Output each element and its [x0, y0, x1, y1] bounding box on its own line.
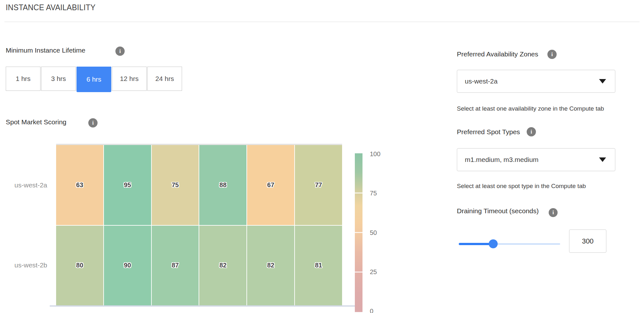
- heatmap-cell-r0c5[interactable]: 77: [295, 145, 342, 225]
- lifetime-option-3-hrs[interactable]: 3 hrs: [41, 67, 76, 91]
- lifetime-button-group: 1 hrs3 hrs6 hrs12 hrs24 hrs: [6, 67, 182, 92]
- heatmap-cell-value: 87: [172, 262, 179, 269]
- heatmap-cell-value: 88: [219, 181, 226, 189]
- availability-zones-dropdown[interactable]: us-west-2a: [457, 70, 615, 93]
- heatmap-grid: 639575886777809087828281: [56, 145, 342, 305]
- heatmap-cell-value: 82: [219, 262, 226, 269]
- colorbar-separator: [355, 232, 362, 233]
- heatmap-bottom-border: [50, 305, 361, 307]
- draining-timeout-input[interactable]: 300: [569, 229, 606, 253]
- heatmap-cell-r0c2[interactable]: 75: [152, 145, 199, 225]
- lifetime-option-24-hrs[interactable]: 24 hrs: [147, 67, 182, 91]
- spot-types-dropdown[interactable]: m1.medium, m3.medium: [457, 148, 615, 171]
- heatmap-cell-value: 82: [267, 262, 274, 269]
- heatmap-cell-r1c2[interactable]: 87: [152, 226, 199, 306]
- heatmap-cell-r1c1[interactable]: 90: [104, 226, 151, 306]
- draining-timeout-label: Draining Timeout (seconds): [457, 207, 539, 215]
- info-icon[interactable]: i: [547, 50, 557, 59]
- heatmap-cell-value: 75: [172, 181, 179, 189]
- page-title: INSTANCE AVAILABILITY: [6, 3, 96, 12]
- info-icon[interactable]: i: [115, 47, 125, 56]
- spot-market-scoring-label: Spot Market Scoring: [6, 118, 66, 126]
- heatmap-cell-value: 90: [124, 262, 131, 269]
- availability-zones-hint: Select at least one availability zone in…: [457, 105, 604, 112]
- spot-types-value: m1.medium, m3.medium: [465, 156, 599, 164]
- heatmap-cell-value: 80: [76, 262, 83, 269]
- heatmap-cell-value: 81: [315, 262, 322, 269]
- slider-fill: [459, 243, 493, 245]
- info-icon[interactable]: i: [549, 208, 558, 217]
- draining-timeout-slider[interactable]: [459, 239, 560, 248]
- preferred-availability-zones-label: Preferred Availability Zones: [457, 50, 538, 58]
- minimum-instance-lifetime-label: Minimum Instance Lifetime: [6, 47, 85, 54]
- lifetime-option-1-hrs[interactable]: 1 hrs: [6, 67, 40, 91]
- heatmap-cell-r0c4[interactable]: 67: [247, 145, 294, 225]
- heatmap-cell-r0c0[interactable]: 63: [56, 145, 103, 225]
- info-icon[interactable]: i: [88, 118, 98, 127]
- header-divider: [4, 22, 640, 22]
- slider-thumb[interactable]: [489, 239, 498, 248]
- lifetime-option-12-hrs[interactable]: 12 hrs: [112, 67, 147, 91]
- colorbar-tick-100: 100: [370, 150, 380, 158]
- chevron-down-icon: [599, 157, 606, 162]
- heatmap-cell-r1c4[interactable]: 82: [247, 226, 294, 306]
- info-icon[interactable]: i: [527, 127, 536, 136]
- colorbar-tick-75: 75: [370, 190, 377, 197]
- heatmap-cell-value: 67: [267, 181, 274, 189]
- spot-types-hint: Select at least one spot type in the Com…: [457, 183, 586, 190]
- preferred-spot-types-label: Preferred Spot Types: [457, 128, 520, 136]
- heatmap-cell-r1c5[interactable]: 81: [295, 226, 342, 306]
- heatmap-cell-r1c3[interactable]: 82: [199, 226, 246, 306]
- colorbar-tick-25: 25: [370, 268, 377, 276]
- heatmap-cell-value: 95: [124, 181, 131, 189]
- heatmap-cell-r0c1[interactable]: 95: [104, 145, 151, 225]
- lifetime-option-6-hrs[interactable]: 6 hrs: [77, 67, 111, 92]
- colorbar-separator: [355, 193, 362, 193]
- colorbar-tick-0: 0: [370, 308, 373, 313]
- colorbar-tick-50: 50: [370, 229, 377, 237]
- heatmap-cell-value: 63: [76, 181, 83, 189]
- heatmap-row-label-us-west-2a: us-west-2a: [6, 181, 47, 189]
- availability-zones-value: us-west-2a: [465, 77, 599, 85]
- colorbar-separator: [355, 272, 362, 273]
- heatmap-cell-r0c3[interactable]: 88: [199, 145, 246, 225]
- heatmap-row-label-us-west-2b: us-west-2b: [6, 261, 47, 269]
- chevron-down-icon: [599, 79, 606, 84]
- heatmap-cell-value: 77: [315, 181, 322, 189]
- heatmap-cell-r1c0[interactable]: 80: [56, 226, 103, 306]
